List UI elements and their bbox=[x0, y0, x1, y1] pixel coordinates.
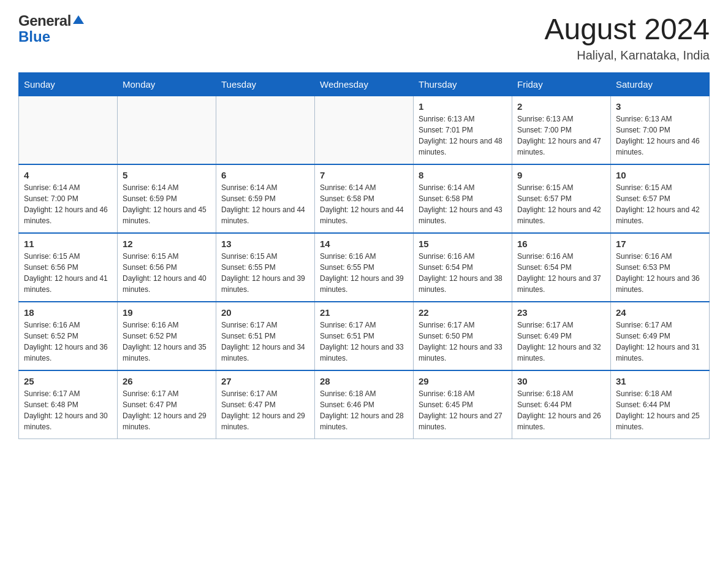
calendar-cell: 31Sunrise: 6:18 AMSunset: 6:44 PMDayligh… bbox=[611, 370, 710, 439]
calendar-location: Haliyal, Karnataka, India bbox=[544, 48, 710, 63]
day-info: Sunrise: 6:16 AMSunset: 6:54 PMDaylight:… bbox=[517, 251, 605, 295]
day-info: Sunrise: 6:18 AMSunset: 6:45 PMDaylight:… bbox=[419, 388, 507, 432]
day-number: 23 bbox=[517, 307, 605, 318]
day-info: Sunrise: 6:17 AMSunset: 6:48 PMDaylight:… bbox=[24, 388, 112, 432]
col-saturday: Saturday bbox=[611, 73, 710, 96]
calendar-cell: 21Sunrise: 6:17 AMSunset: 6:51 PMDayligh… bbox=[315, 302, 414, 370]
day-number: 25 bbox=[24, 376, 112, 386]
calendar-cell: 18Sunrise: 6:16 AMSunset: 6:52 PMDayligh… bbox=[19, 302, 118, 370]
day-number: 5 bbox=[123, 170, 211, 180]
calendar-cell: 8Sunrise: 6:14 AMSunset: 6:58 PMDaylight… bbox=[414, 164, 512, 233]
day-info: Sunrise: 6:14 AMSunset: 6:58 PMDaylight:… bbox=[320, 182, 408, 226]
day-info: Sunrise: 6:14 AMSunset: 6:59 PMDaylight:… bbox=[221, 182, 309, 226]
day-info: Sunrise: 6:18 AMSunset: 6:44 PMDaylight:… bbox=[517, 388, 605, 432]
calendar-cell: 24Sunrise: 6:17 AMSunset: 6:49 PMDayligh… bbox=[611, 302, 710, 370]
calendar-row-3: 18Sunrise: 6:16 AMSunset: 6:52 PMDayligh… bbox=[19, 302, 710, 370]
calendar-cell: 30Sunrise: 6:18 AMSunset: 6:44 PMDayligh… bbox=[512, 370, 611, 439]
day-number: 28 bbox=[320, 376, 408, 386]
calendar-cell: 12Sunrise: 6:15 AMSunset: 6:56 PMDayligh… bbox=[118, 233, 216, 302]
calendar-cell: 22Sunrise: 6:17 AMSunset: 6:50 PMDayligh… bbox=[414, 302, 512, 370]
logo-general-text: General bbox=[18, 12, 71, 29]
day-info: Sunrise: 6:17 AMSunset: 6:50 PMDaylight:… bbox=[419, 320, 507, 364]
calendar-cell: 26Sunrise: 6:17 AMSunset: 6:47 PMDayligh… bbox=[118, 370, 216, 439]
day-number: 21 bbox=[320, 307, 408, 318]
day-info: Sunrise: 6:18 AMSunset: 6:46 PMDaylight:… bbox=[320, 388, 408, 432]
calendar-row-0: 1Sunrise: 6:13 AMSunset: 7:01 PMDaylight… bbox=[19, 96, 710, 165]
calendar-cell: 4Sunrise: 6:14 AMSunset: 7:00 PMDaylight… bbox=[19, 164, 118, 233]
calendar-cell: 6Sunrise: 6:14 AMSunset: 6:59 PMDaylight… bbox=[216, 164, 315, 233]
day-info: Sunrise: 6:16 AMSunset: 6:53 PMDaylight:… bbox=[616, 251, 704, 295]
day-info: Sunrise: 6:14 AMSunset: 6:58 PMDaylight:… bbox=[419, 182, 507, 226]
calendar-cell: 3Sunrise: 6:13 AMSunset: 7:00 PMDaylight… bbox=[611, 96, 710, 165]
day-number: 8 bbox=[419, 170, 507, 180]
calendar-cell: 11Sunrise: 6:15 AMSunset: 6:56 PMDayligh… bbox=[19, 233, 118, 302]
calendar-cell bbox=[118, 96, 216, 165]
day-number: 31 bbox=[616, 376, 704, 386]
calendar-cell: 27Sunrise: 6:17 AMSunset: 6:47 PMDayligh… bbox=[216, 370, 315, 439]
day-info: Sunrise: 6:17 AMSunset: 6:47 PMDaylight:… bbox=[221, 388, 309, 432]
calendar-cell: 13Sunrise: 6:15 AMSunset: 6:55 PMDayligh… bbox=[216, 233, 315, 302]
calendar-cell: 10Sunrise: 6:15 AMSunset: 6:57 PMDayligh… bbox=[611, 164, 710, 233]
day-number: 18 bbox=[24, 307, 112, 318]
calendar-table: Sunday Monday Tuesday Wednesday Thursday… bbox=[18, 72, 710, 439]
calendar-row-2: 11Sunrise: 6:15 AMSunset: 6:56 PMDayligh… bbox=[19, 233, 710, 302]
col-tuesday: Tuesday bbox=[216, 73, 315, 96]
day-info: Sunrise: 6:15 AMSunset: 6:56 PMDaylight:… bbox=[24, 251, 112, 295]
header-row: Sunday Monday Tuesday Wednesday Thursday… bbox=[19, 73, 710, 96]
day-info: Sunrise: 6:17 AMSunset: 6:51 PMDaylight:… bbox=[320, 320, 408, 364]
calendar-row-4: 25Sunrise: 6:17 AMSunset: 6:48 PMDayligh… bbox=[19, 370, 710, 439]
day-number: 12 bbox=[123, 239, 211, 249]
day-number: 26 bbox=[123, 376, 211, 386]
day-info: Sunrise: 6:14 AMSunset: 6:59 PMDaylight:… bbox=[123, 182, 211, 226]
day-number: 13 bbox=[221, 239, 309, 249]
day-info: Sunrise: 6:13 AMSunset: 7:00 PMDaylight:… bbox=[616, 113, 704, 158]
day-number: 30 bbox=[517, 376, 605, 386]
day-info: Sunrise: 6:17 AMSunset: 6:49 PMDaylight:… bbox=[517, 320, 605, 364]
calendar-cell: 7Sunrise: 6:14 AMSunset: 6:58 PMDaylight… bbox=[315, 164, 414, 233]
day-info: Sunrise: 6:14 AMSunset: 7:00 PMDaylight:… bbox=[24, 182, 112, 226]
day-number: 14 bbox=[320, 239, 408, 249]
day-info: Sunrise: 6:18 AMSunset: 6:44 PMDaylight:… bbox=[616, 388, 704, 432]
day-info: Sunrise: 6:15 AMSunset: 6:55 PMDaylight:… bbox=[221, 251, 309, 295]
day-number: 15 bbox=[419, 239, 507, 249]
page-header: General Blue August 2024 Haliyal, Karnat… bbox=[18, 12, 710, 63]
day-info: Sunrise: 6:15 AMSunset: 6:57 PMDaylight:… bbox=[616, 182, 704, 226]
day-number: 11 bbox=[24, 239, 112, 249]
calendar-cell: 5Sunrise: 6:14 AMSunset: 6:59 PMDaylight… bbox=[118, 164, 216, 233]
day-number: 7 bbox=[320, 170, 408, 180]
day-info: Sunrise: 6:16 AMSunset: 6:52 PMDaylight:… bbox=[123, 320, 211, 364]
calendar-cell bbox=[19, 96, 118, 165]
col-sunday: Sunday bbox=[19, 73, 118, 96]
calendar-cell: 16Sunrise: 6:16 AMSunset: 6:54 PMDayligh… bbox=[512, 233, 611, 302]
logo-blue-text: Blue bbox=[18, 28, 50, 45]
calendar-cell: 14Sunrise: 6:16 AMSunset: 6:55 PMDayligh… bbox=[315, 233, 414, 302]
day-info: Sunrise: 6:13 AMSunset: 7:00 PMDaylight:… bbox=[517, 113, 605, 158]
day-number: 22 bbox=[419, 307, 507, 318]
logo-triangle-icon bbox=[73, 14, 84, 28]
day-number: 2 bbox=[517, 101, 605, 112]
calendar-cell: 1Sunrise: 6:13 AMSunset: 7:01 PMDaylight… bbox=[414, 96, 512, 165]
calendar-cell: 23Sunrise: 6:17 AMSunset: 6:49 PMDayligh… bbox=[512, 302, 611, 370]
day-info: Sunrise: 6:17 AMSunset: 6:49 PMDaylight:… bbox=[616, 320, 704, 364]
logo: General Blue bbox=[18, 12, 84, 45]
calendar-cell: 19Sunrise: 6:16 AMSunset: 6:52 PMDayligh… bbox=[118, 302, 216, 370]
calendar-cell bbox=[315, 96, 414, 165]
calendar-cell: 25Sunrise: 6:17 AMSunset: 6:48 PMDayligh… bbox=[19, 370, 118, 439]
col-monday: Monday bbox=[118, 73, 216, 96]
calendar-cell bbox=[216, 96, 315, 165]
day-info: Sunrise: 6:17 AMSunset: 6:47 PMDaylight:… bbox=[123, 388, 211, 432]
day-info: Sunrise: 6:16 AMSunset: 6:54 PMDaylight:… bbox=[419, 251, 507, 295]
day-number: 19 bbox=[123, 307, 211, 318]
day-number: 3 bbox=[616, 101, 704, 112]
day-info: Sunrise: 6:13 AMSunset: 7:01 PMDaylight:… bbox=[419, 113, 507, 158]
day-info: Sunrise: 6:16 AMSunset: 6:55 PMDaylight:… bbox=[320, 251, 408, 295]
calendar-row-1: 4Sunrise: 6:14 AMSunset: 7:00 PMDaylight… bbox=[19, 164, 710, 233]
calendar-cell: 28Sunrise: 6:18 AMSunset: 6:46 PMDayligh… bbox=[315, 370, 414, 439]
day-number: 10 bbox=[616, 170, 704, 180]
calendar-cell: 29Sunrise: 6:18 AMSunset: 6:45 PMDayligh… bbox=[414, 370, 512, 439]
day-number: 4 bbox=[24, 170, 112, 180]
title-block: August 2024 Haliyal, Karnataka, India bbox=[544, 12, 710, 63]
col-thursday: Thursday bbox=[414, 73, 512, 96]
day-number: 20 bbox=[221, 307, 309, 318]
calendar-cell: 15Sunrise: 6:16 AMSunset: 6:54 PMDayligh… bbox=[414, 233, 512, 302]
